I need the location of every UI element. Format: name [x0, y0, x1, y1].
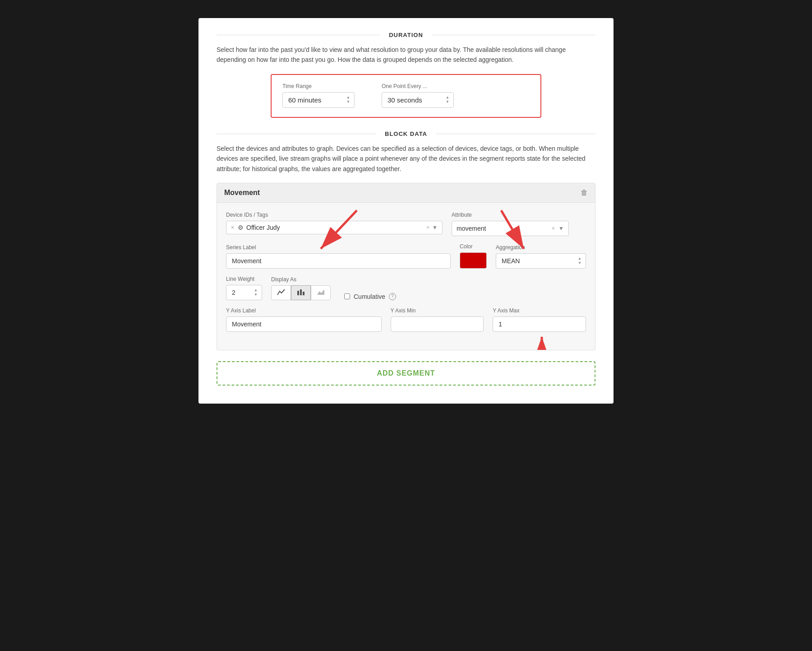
series-label-field: Series Label [226, 244, 451, 269]
device-ids-label: Device IDs / Tags [226, 212, 443, 218]
block-data-description: Select the devices and attributes to gra… [217, 144, 595, 174]
y-axis-max-field: Y Axis Max [493, 307, 586, 332]
duration-box: Time Range 60 minutes 30 minutes 15 minu… [271, 74, 541, 118]
tag-actions: × ▼ [426, 224, 438, 231]
color-field: Color [460, 243, 487, 269]
device-ids-field: Device IDs / Tags × ⚙ Officer Judy × ▼ [226, 212, 443, 234]
duration-divider: DURATION [217, 32, 595, 38]
color-label: Color [460, 243, 487, 250]
time-range-field: Time Range 60 minutes 30 minutes 15 minu… [282, 83, 355, 108]
aggregation-wrapper: MEAN SUM MIN MAX COUNT FIRST LAST ▲ ▼ [496, 253, 586, 269]
main-card: DURATION Select how far into the past yo… [198, 18, 614, 404]
area-chart-icon [317, 289, 325, 295]
y-axis-min-label: Y Axis Min [391, 307, 484, 314]
y-axis-min-field: Y Axis Min [391, 307, 484, 332]
block-data-section-title: BLOCK DATA [376, 130, 436, 137]
tag-clear-icon[interactable]: × [426, 224, 429, 231]
segment-panel: Movement 🗑 Device IDs / Tags × ⚙ Officer… [217, 183, 595, 350]
y-axis-label-label: Y Axis Label [226, 307, 382, 314]
segment-body: Device IDs / Tags × ⚙ Officer Judy × ▼ [217, 203, 595, 350]
y-axis-max-input[interactable] [493, 316, 586, 332]
duration-section-title: DURATION [380, 32, 432, 38]
one-point-select-wrapper: 30 seconds 1 minute 5 minutes 10 minutes… [382, 92, 454, 108]
display-options-row: Line Weight 2 1 3 4 5 ▲ ▼ [226, 276, 586, 300]
cumulative-help-icon[interactable]: ? [389, 293, 396, 300]
display-as-label: Display As [271, 276, 331, 283]
series-label-input[interactable] [226, 253, 451, 269]
attribute-input[interactable]: movement × ▼ [452, 221, 569, 236]
bar-chart-icon [297, 289, 305, 295]
color-swatch[interactable] [460, 252, 487, 269]
device-gear-icon: ⚙ [238, 224, 244, 231]
svg-rect-4 [300, 289, 302, 295]
y-axis-min-input[interactable] [391, 316, 484, 332]
one-point-select[interactable]: 30 seconds 1 minute 5 minutes 10 minutes… [382, 92, 454, 108]
aggregation-field: Aggregation MEAN SUM MIN MAX COUNT FIRST… [496, 244, 586, 269]
cumulative-field: Cumulative ? [344, 293, 396, 300]
series-color-agg-row: Series Label Color Aggregation MEAN [226, 243, 586, 269]
duration-description: Select how far into the past you'd like … [217, 45, 595, 65]
add-segment-button[interactable]: Add Segment [217, 361, 595, 386]
time-range-label: Time Range [282, 83, 355, 89]
line-weight-wrapper: 2 1 3 4 5 ▲ ▼ [226, 285, 262, 300]
y-axis-row: Y Axis Label Y Axis Min Y Axis Max [226, 307, 586, 332]
cumulative-label: Cumulative [354, 293, 385, 300]
device-tag-item: ⚙ Officer Judy [238, 224, 280, 231]
delete-segment-icon[interactable]: 🗑 [581, 189, 588, 197]
attribute-field: Attribute movement × ▼ [452, 212, 569, 236]
device-attribute-row: Device IDs / Tags × ⚙ Officer Judy × ▼ [226, 212, 586, 236]
device-tag-input[interactable]: × ⚙ Officer Judy × ▼ [226, 221, 443, 234]
aggregation-label: Aggregation [496, 244, 586, 251]
segment-header: Movement 🗑 [217, 183, 595, 203]
y-axis-label-field: Y Axis Label [226, 307, 382, 332]
line-chart-icon [277, 289, 285, 295]
line-weight-select[interactable]: 2 1 3 4 5 [226, 285, 262, 300]
attribute-label: Attribute [452, 212, 569, 218]
cumulative-checkbox[interactable] [344, 293, 350, 299]
series-label-label: Series Label [226, 244, 451, 251]
display-as-buttons [271, 285, 331, 300]
y-axis-max-label: Y Axis Max [493, 307, 586, 314]
time-range-select-wrapper: 60 minutes 30 minutes 15 minutes 1 hour … [282, 92, 355, 108]
block-data-section: BLOCK DATA Select the devices and attrib… [217, 130, 595, 386]
display-bar-button[interactable] [291, 285, 311, 300]
one-point-label: One Point Every ... [382, 83, 454, 89]
attribute-value: movement [457, 225, 548, 232]
line-weight-field: Line Weight 2 1 3 4 5 ▲ ▼ [226, 276, 262, 300]
block-data-divider: BLOCK DATA [217, 130, 595, 137]
display-line-button[interactable] [271, 285, 291, 300]
attribute-clear-icon[interactable]: × [552, 225, 555, 232]
tag-remove-button[interactable]: × [231, 224, 234, 231]
tag-dropdown-icon[interactable]: ▼ [432, 224, 438, 231]
svg-rect-5 [303, 292, 304, 295]
one-point-field: One Point Every ... 30 seconds 1 minute … [382, 83, 454, 108]
y-axis-label-input[interactable] [226, 316, 382, 332]
display-as-field: Display As [271, 276, 331, 300]
device-tag-name: Officer Judy [246, 224, 280, 231]
attribute-dropdown-icon[interactable]: ▼ [558, 225, 564, 232]
time-range-select[interactable]: 60 minutes 30 minutes 15 minutes 1 hour … [282, 92, 355, 108]
segment-title: Movement [224, 189, 260, 197]
svg-marker-6 [317, 289, 324, 295]
aggregation-select[interactable]: MEAN SUM MIN MAX COUNT FIRST LAST [496, 253, 586, 269]
svg-rect-3 [297, 291, 299, 295]
line-weight-label: Line Weight [226, 276, 262, 282]
display-area-button[interactable] [311, 285, 331, 300]
